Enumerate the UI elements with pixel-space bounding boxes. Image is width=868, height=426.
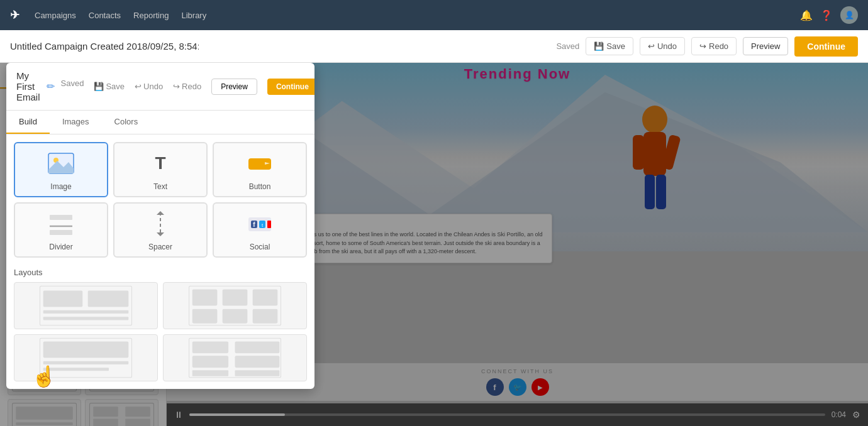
modal-social-icon: f t xyxy=(245,209,275,239)
modal-redo-btn[interactable]: ↪ Redo xyxy=(173,79,201,95)
modal-spacer-label: Spacer xyxy=(148,243,172,251)
svg-rect-70 xyxy=(223,309,248,324)
modal-block-social[interactable]: f t Social xyxy=(213,202,307,258)
svg-rect-60 xyxy=(267,221,271,228)
svg-rect-67 xyxy=(192,289,218,305)
svg-rect-80 xyxy=(192,370,228,376)
redo-button[interactable]: ↪ Redo xyxy=(691,37,737,55)
svg-rect-68 xyxy=(192,309,218,324)
svg-rect-69 xyxy=(223,289,248,305)
continue-button[interactable]: Continue xyxy=(794,36,858,57)
nav-right: 🔔 ❓ 👤 xyxy=(800,6,858,24)
modal-layout-4[interactable] xyxy=(163,334,307,381)
modal-tab-bar: Build Images Colors xyxy=(6,111,314,134)
svg-rect-65 xyxy=(88,291,129,307)
nav-logo: ✈ xyxy=(10,8,19,22)
modal-spacer-icon xyxy=(145,209,175,239)
svg-rect-71 xyxy=(253,289,278,305)
modal-tab-colors[interactable]: Colors xyxy=(102,111,151,134)
bell-icon[interactable]: 🔔 xyxy=(800,9,813,21)
modal-block-grid: Image T Text Button xyxy=(14,142,307,258)
nav-links: Campaigns Contacts Reporting Library xyxy=(35,11,206,20)
svg-rect-79 xyxy=(192,356,228,368)
svg-rect-78 xyxy=(192,341,228,353)
header-right: Saved 💾 Save ↩ Undo ↪ Redo Preview Conti… xyxy=(556,36,858,57)
modal-layouts-title: Layouts xyxy=(14,268,307,277)
svg-marker-53 xyxy=(157,211,164,215)
modal-divider-icon xyxy=(46,209,76,239)
build-modal: My First Email ✏ Saved 💾 Save ↩ Undo ↪ R… xyxy=(6,63,314,389)
svg-rect-63 xyxy=(43,310,129,314)
svg-rect-75 xyxy=(43,361,129,364)
svg-rect-83 xyxy=(235,370,280,376)
modal-preview-btn[interactable]: Preview xyxy=(211,79,257,95)
save-button[interactable]: 💾 Save xyxy=(586,37,633,55)
modal-block-spacer[interactable]: Spacer xyxy=(113,202,208,258)
svg-rect-49 xyxy=(50,215,72,220)
modal-layout-1[interactable] xyxy=(14,282,158,329)
svg-rect-74 xyxy=(43,341,129,358)
redo-icon: ↪ xyxy=(699,41,706,51)
modal-title: My First Email xyxy=(16,70,40,102)
svg-rect-51 xyxy=(50,230,72,235)
undo-icon: ↩ xyxy=(648,41,655,51)
nav-left: ✈ Campaigns Contacts Reporting Library xyxy=(10,8,206,22)
modal-social-label: Social xyxy=(250,243,270,251)
modal-text-icon: T xyxy=(145,148,175,178)
svg-rect-82 xyxy=(235,356,280,368)
nav-link-library[interactable]: Library xyxy=(181,11,206,20)
user-avatar[interactable]: 👤 xyxy=(840,6,858,24)
svg-rect-76 xyxy=(43,368,109,371)
nav-link-campaigns[interactable]: Campaigns xyxy=(35,11,76,20)
modal-save-btn[interactable]: 💾 Save xyxy=(94,79,125,95)
help-icon[interactable]: ❓ xyxy=(820,9,833,21)
svg-rect-81 xyxy=(235,341,280,353)
svg-rect-64 xyxy=(43,317,129,320)
modal-header: My First Email ✏ Saved 💾 Save ↩ Undo ↪ R… xyxy=(6,63,314,111)
svg-rect-47 xyxy=(248,158,271,170)
modal-layout-3[interactable] xyxy=(14,334,158,381)
modal-layout-2[interactable] xyxy=(163,282,307,329)
modal-block-divider[interactable]: Divider xyxy=(14,202,108,258)
saved-badge: Saved xyxy=(556,41,579,51)
modal-image-label: Image xyxy=(50,182,71,191)
modal-continue-btn[interactable]: Continue xyxy=(267,79,314,95)
svg-rect-62 xyxy=(43,291,83,307)
svg-marker-54 xyxy=(157,232,164,236)
modal-block-text[interactable]: T Text xyxy=(113,142,208,197)
modal-edit-icon[interactable]: ✏ xyxy=(47,80,55,92)
campaign-title-input[interactable] xyxy=(10,41,199,52)
modal-button-icon xyxy=(245,148,275,178)
modal-overlay: My First Email ✏ Saved 💾 Save ↩ Undo ↪ R… xyxy=(0,30,868,426)
modal-image-icon xyxy=(46,148,76,178)
modal-tab-images[interactable]: Images xyxy=(50,111,102,134)
saved-label: Saved xyxy=(61,79,84,95)
editor-header: Saved 💾 Save ↩ Undo ↪ Redo Preview Conti… xyxy=(0,30,868,63)
modal-body: Image T Text Button xyxy=(6,134,314,389)
modal-block-image[interactable]: Image xyxy=(14,142,108,197)
nav-link-reporting[interactable]: Reporting xyxy=(133,11,169,20)
top-navigation: ✈ Campaigns Contacts Reporting Library 🔔… xyxy=(0,0,868,30)
modal-text-label: Text xyxy=(153,182,167,191)
modal-block-button[interactable]: Button xyxy=(213,142,307,197)
modal-tab-build[interactable]: Build xyxy=(6,111,50,134)
save-icon: 💾 xyxy=(594,41,604,51)
modal-header-right: Saved 💾 Save ↩ Undo ↪ Redo Preview Conti… xyxy=(61,79,314,95)
undo-button[interactable]: ↩ Undo xyxy=(640,37,685,55)
modal-layouts-grid xyxy=(14,282,307,381)
modal-undo-btn[interactable]: ↩ Undo xyxy=(135,79,163,95)
modal-button-label: Button xyxy=(249,182,271,191)
preview-button[interactable]: Preview xyxy=(743,37,788,55)
modal-divider-label: Divider xyxy=(49,243,72,251)
svg-rect-72 xyxy=(253,309,278,324)
nav-link-contacts[interactable]: Contacts xyxy=(89,11,121,20)
